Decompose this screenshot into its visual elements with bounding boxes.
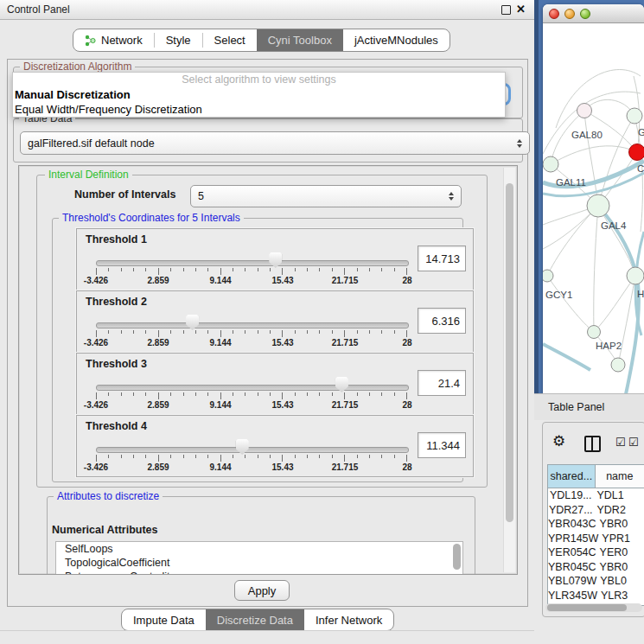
interval-definition-title: Interval Definition [45,169,132,181]
network-edge[interactable] [598,206,635,276]
scale-label: 28 [402,462,411,472]
vertical-scrollbar[interactable] [503,168,515,572]
node-label: H [637,289,644,299]
network-edge-highlighted[interactable] [543,344,590,370]
combo-arrows-icon [517,139,522,148]
table-row[interactable]: YER054CYER0 [548,545,644,560]
apply-button[interactable]: Apply [234,580,290,601]
threshold-label: Threshold 2 [86,296,147,308]
table-row[interactable]: YPR145WYPR1 [548,532,644,546]
table-row[interactable]: YBR045CYBR0 [548,560,644,575]
checkbox-icon[interactable]: ☑ [628,437,639,448]
scale-label: 21.715 [332,462,359,472]
table-row[interactable]: YDL19...YDL1 [548,488,644,503]
slider-track[interactable] [96,447,409,453]
columns-icon[interactable] [584,436,601,452]
algorithm-option-equal-width[interactable]: Equal Width/Frequency Discretization [13,102,505,117]
threshold-value-field[interactable]: 14.713 [418,245,466,271]
tab-cyni-toolbox[interactable]: Cyni Toolbox [257,29,343,51]
tab-discretize-data[interactable]: Discretize Data [206,609,304,630]
network-node[interactable] [629,144,644,161]
scale-label: 21.715 [332,338,359,348]
scrollbar-thumb[interactable] [547,604,627,611]
tab-select[interactable]: Select [203,29,257,51]
table-data-value: galFiltered.sif default node [28,137,155,150]
list-item[interactable]: SelfLoops [56,542,462,556]
threshold-value-field[interactable]: 11.344 [418,432,466,458]
table-row[interactable]: YBR043CYBR0 [548,517,644,532]
gear-icon[interactable]: ⚙ [552,434,565,449]
network-icon [85,35,96,47]
table-row[interactable]: YBL079WYBL0 [548,574,644,589]
tab-label: Cyni Toolbox [268,34,332,47]
threshold-value-field[interactable]: 6.316 [418,308,466,334]
close-icon[interactable]: ✕ [516,3,526,16]
network-node[interactable] [543,270,553,282]
column-header-shared-name[interactable]: shared... [548,465,596,488]
network-node[interactable] [627,108,642,124]
table-row[interactable]: YLR345WYLR3 [548,589,644,603]
network-node[interactable] [587,194,609,217]
float-window-icon[interactable] [501,5,511,15]
scale-label: 2.859 [147,338,169,348]
network-edge[interactable] [551,146,637,164]
list-item[interactable]: BetweennessCentrality [56,570,462,575]
tab-jactivemnodules[interactable]: jActiveMNodules [343,29,450,51]
network-edge[interactable] [594,276,635,332]
number-of-intervals-combobox[interactable]: 5 [190,185,462,207]
checkbox-icon[interactable]: ☑ [615,437,626,448]
thresholds-group-title: Threshold's Coordinates for 5 Intervals [59,212,244,224]
network-edge[interactable] [594,206,598,332]
zoom-traffic-light-icon[interactable] [580,9,590,19]
list-scrollbar[interactable] [453,544,461,570]
slider-track[interactable] [96,322,409,328]
algorithm-option-manual[interactable]: Manual Discretization [13,87,505,102]
network-edge[interactable] [598,116,634,206]
list-item[interactable]: TopologicalCoefficient [56,556,462,570]
column-header-name[interactable]: name [596,465,644,488]
slider-track[interactable] [96,385,409,391]
cell-name: YPR1 [598,532,644,546]
network-window-titlebar [543,4,644,23]
threshold-value-field[interactable]: 21.4 [418,370,466,396]
table-data-combobox[interactable]: galFiltered.sif default node [20,131,530,155]
network-edge[interactable] [547,276,594,332]
network-canvas[interactable]: GAL80GALGAL11CGAL4GCY1HHAP2 [543,23,644,394]
horizontal-scrollbar[interactable] [545,603,642,612]
settings-scroll-pane: Interval Definition Number of Intervals … [18,165,518,575]
tab-impute-data[interactable]: Impute Data [122,609,206,630]
bottom-tab-bar: Impute DataDiscretize DataInfer Network [121,609,394,631]
scale-label: 28 [402,338,411,348]
tab-label: jActiveMNodules [354,34,438,47]
cell-shared-name: YDL19... [548,488,593,503]
tab-network[interactable]: Network [73,29,154,51]
threshold-panel-3: Threshold 3-3.4262.8599.14415.4321.71528… [76,353,474,415]
scale-label: 28 [402,400,411,410]
algorithm-placeholder-option[interactable]: Select algorithm to view settings [13,73,505,87]
table-panel-titlebar: Table Panel [534,393,644,420]
numerical-attributes-list[interactable]: SelfLoopsTopologicalCoefficientBetweenne… [55,541,463,575]
slider-ticks [96,268,407,275]
slider-track[interactable] [96,260,409,266]
scrollbar-thumb[interactable] [506,183,513,522]
cyni-toolbox-panel: Discretization Algorithm Select algorith… [7,59,528,607]
scale-label: 15.43 [271,400,293,410]
tab-infer-network[interactable]: Infer Network [304,609,393,630]
scale-label: -3.426 [84,462,108,472]
minimize-traffic-light-icon[interactable] [564,9,575,19]
app-root: Control Panel ✕ NetworkStyleSelectCyni T… [0,0,644,644]
network-node[interactable] [588,326,601,339]
cell-name: YER0 [596,545,644,560]
tab-style[interactable]: Style [155,29,202,51]
network-node[interactable] [611,358,625,372]
network-edge[interactable] [547,206,598,276]
divider [0,630,534,631]
close-traffic-light-icon[interactable] [549,9,559,19]
network-node[interactable] [543,156,558,172]
table-row[interactable]: YDR27...YDR2 [548,503,644,518]
network-view-window: GAL80GALGAL11CGAL4GCY1HHAP2 [543,4,644,394]
scale-label: 21.715 [332,400,359,410]
network-node[interactable] [627,267,644,284]
cell-name: YBL0 [596,574,644,589]
network-node[interactable] [577,104,592,118]
